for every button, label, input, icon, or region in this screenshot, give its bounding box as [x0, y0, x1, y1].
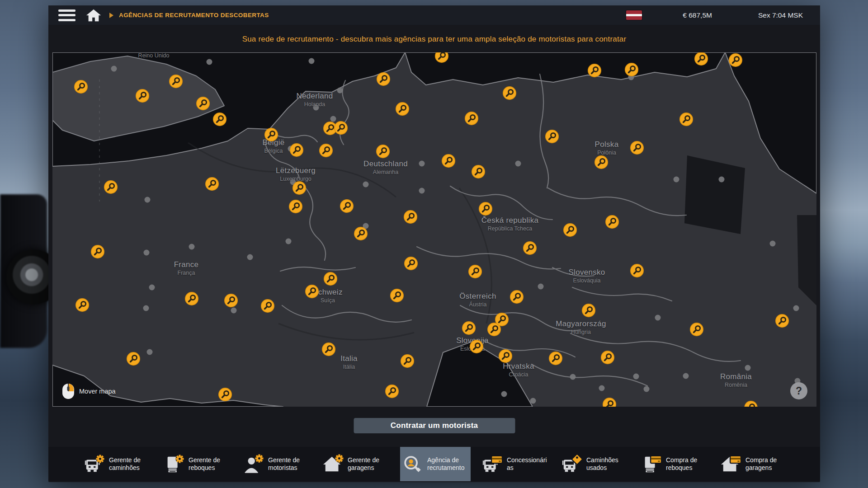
agency-marker[interactable] [185, 292, 198, 305]
agency-marker[interactable] [545, 130, 559, 143]
agency-marker[interactable] [377, 72, 390, 86]
agency-marker[interactable] [322, 343, 335, 356]
city-dot [207, 59, 212, 65]
agency-marker[interactable] [605, 215, 619, 229]
agency-marker[interactable] [396, 102, 409, 116]
garage-gear-icon [323, 454, 344, 474]
agency-marker[interactable] [75, 298, 89, 312]
agency-marker[interactable] [775, 314, 789, 328]
city-dot [745, 365, 751, 371]
map-terrain [52, 52, 816, 407]
agency-marker[interactable] [319, 144, 333, 157]
tab-gerente-de-motoristas[interactable]: Gerente de motoristas [241, 447, 311, 481]
bottom-toolbar: Gerente de caminhões Gerente de reboques… [48, 447, 820, 481]
agency-marker[interactable] [334, 121, 348, 135]
agency-marker[interactable] [224, 294, 238, 307]
agency-marker[interactable] [404, 210, 417, 224]
agency-marker[interactable] [354, 227, 368, 240]
agency-marker[interactable] [468, 265, 482, 278]
city-dot [313, 105, 319, 111]
agency-marker[interactable] [470, 340, 483, 353]
tab-compra-de-reboques[interactable]: Compra de reboques [639, 447, 709, 481]
agency-marker[interactable] [510, 290, 524, 304]
agency-marker[interactable] [169, 75, 183, 88]
agency-marker[interactable] [442, 154, 455, 168]
agency-marker[interactable] [465, 112, 478, 125]
agency-marker[interactable] [390, 289, 404, 302]
agency-marker[interactable] [205, 177, 219, 191]
agency-marker[interactable] [625, 63, 638, 76]
agency-marker[interactable] [694, 52, 708, 66]
tab-label: Gerente de motoristas [268, 456, 311, 472]
agency-marker[interactable] [630, 264, 644, 277]
agency-marker[interactable] [503, 86, 516, 100]
agency-marker[interactable] [404, 257, 418, 270]
agency-marker[interactable] [385, 385, 399, 398]
map-drag-hint-label: Mover mapa [79, 388, 116, 395]
city-dot [599, 385, 605, 391]
agency-marker[interactable] [594, 155, 608, 169]
agency-marker[interactable] [462, 321, 476, 335]
agency-marker[interactable] [264, 128, 278, 141]
tab-label: Compra de garagens [745, 456, 789, 472]
agency-marker[interactable] [479, 202, 492, 216]
agency-marker[interactable] [340, 199, 354, 213]
agency-marker[interactable] [563, 223, 577, 237]
tab-agencia-de-recrutamento[interactable]: Agência de recrutamento [400, 447, 471, 481]
agency-marker[interactable] [218, 388, 232, 401]
agency-marker[interactable] [549, 352, 562, 365]
agency-marker[interactable] [401, 354, 414, 368]
agency-marker[interactable] [603, 398, 616, 407]
app-window: AGÊNCIAS DE RECRUTAMENTO DESCOBERTAS € 6… [48, 5, 820, 482]
agency-marker[interactable] [196, 97, 210, 110]
trailer-gear-icon [164, 454, 184, 474]
agency-marker[interactable] [136, 89, 149, 103]
agency-marker[interactable] [213, 113, 226, 126]
home-icon[interactable] [86, 9, 101, 22]
city-dot [770, 241, 776, 247]
hamburger-menu-icon[interactable] [58, 9, 76, 21]
agency-marker[interactable] [744, 401, 758, 407]
city-dot [501, 391, 507, 397]
tab-gerente-de-reboques[interactable]: Gerente de reboques [161, 447, 232, 481]
agency-marker[interactable] [376, 145, 390, 158]
map[interactable]: Reino UnidoNederlandHolandaBelgiëBélgica… [52, 52, 816, 407]
agency-marker[interactable] [472, 165, 485, 178]
city-dot [309, 58, 315, 64]
game-clock: Sex 7:04 MSK [758, 11, 803, 19]
tab-caminhoes-usados[interactable]: Caminhões usados [559, 447, 630, 481]
tab-gerente-de-caminhoes[interactable]: Gerente de caminhões [82, 447, 152, 481]
agency-marker[interactable] [104, 180, 118, 194]
agency-marker[interactable] [324, 272, 337, 286]
agency-marker[interactable] [582, 304, 595, 317]
agency-marker[interactable] [435, 52, 448, 63]
used-trucks-icon [561, 454, 582, 474]
tab-label: Gerente de reboques [189, 456, 232, 472]
tab-concessionarias[interactable]: Concessionárias [480, 447, 550, 481]
help-button[interactable]: ? [790, 382, 807, 399]
agency-marker[interactable] [74, 80, 88, 94]
tab-compra-de-garagens[interactable]: Compra de garagens [718, 447, 789, 481]
agency-marker[interactable] [495, 313, 509, 326]
agency-marker[interactable] [499, 349, 512, 363]
agency-marker[interactable] [289, 200, 302, 213]
tab-gerente-de-garagens[interactable]: Gerente de garagens [321, 447, 391, 481]
agency-marker[interactable] [523, 241, 537, 255]
agency-marker[interactable] [588, 64, 601, 77]
agency-marker[interactable] [261, 299, 274, 313]
agency-marker[interactable] [305, 285, 319, 298]
agency-marker[interactable] [601, 351, 614, 364]
agency-marker[interactable] [290, 143, 303, 157]
agency-marker[interactable] [127, 352, 140, 366]
agency-marker[interactable] [292, 181, 306, 195]
agency-marker[interactable] [690, 323, 703, 336]
hire-driver-button[interactable]: Contratar um motorista [354, 418, 515, 433]
agency-marker[interactable] [679, 113, 693, 126]
map-drag-hint: Mover mapa [62, 383, 116, 399]
agency-marker[interactable] [91, 245, 104, 258]
city-dot [644, 386, 650, 392]
city-dot [515, 161, 521, 167]
agency-marker[interactable] [729, 53, 742, 67]
truck-dealer-icon [482, 454, 503, 474]
agency-marker[interactable] [630, 141, 644, 155]
